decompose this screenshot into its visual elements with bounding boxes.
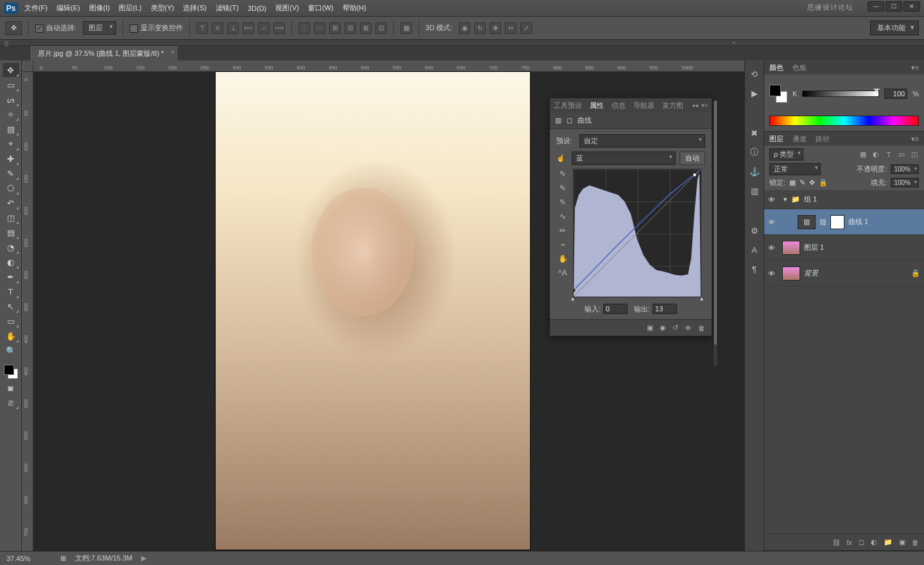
tab-histogram[interactable]: 直方图 xyxy=(662,101,683,110)
layer-name[interactable]: 组 1 xyxy=(804,195,817,204)
group-new-icon[interactable]: 📁 xyxy=(884,538,893,546)
filter-shape-icon[interactable]: ▭ xyxy=(897,150,906,159)
eyedrop-gray-icon[interactable]: ✎ xyxy=(558,183,568,193)
layer-group[interactable]: 👁 ▾ 📁 组 1 xyxy=(764,190,924,209)
type-tool[interactable]: T xyxy=(3,284,19,299)
layer-curves[interactable]: 👁 ▥ ⛓ 曲线 1 xyxy=(764,209,924,235)
ruler-origin[interactable] xyxy=(22,60,33,72)
pan-icon[interactable]: ✥ xyxy=(490,22,501,34)
status-arrow-icon[interactable]: ▶ xyxy=(141,554,146,562)
scale-icon[interactable]: ⤢ xyxy=(520,22,532,34)
curve-draw-icon[interactable]: ✏ xyxy=(558,225,568,236)
crop-tool[interactable]: ▨ xyxy=(3,122,19,136)
link-layers-icon[interactable]: ⛓ xyxy=(833,539,840,546)
eyedrop-white-icon[interactable]: ✎ xyxy=(558,197,568,207)
dist-4-icon[interactable]: ⊟ xyxy=(345,22,356,34)
settings-icon[interactable]: ✖ xyxy=(749,127,760,139)
menu-help[interactable]: 帮助(H) xyxy=(343,3,366,13)
fgbg-swatch[interactable] xyxy=(769,85,787,103)
lock-trans-icon[interactable]: ▦ xyxy=(789,178,796,187)
actions-icon[interactable]: ▶ xyxy=(749,87,760,99)
ruler-vertical[interactable]: 0501001502002503003504004505005506006507… xyxy=(22,72,33,551)
type-a-icon[interactable]: ᴬA xyxy=(558,268,568,278)
delete-layer-icon[interactable]: 🗑 xyxy=(912,539,919,546)
menu-select[interactable]: 选择(S) xyxy=(183,3,207,13)
input-field[interactable] xyxy=(603,304,628,314)
move-tool-icon[interactable]: ✥ xyxy=(5,21,22,35)
layer-background[interactable]: 👁 背景 🔒 xyxy=(764,261,924,286)
brush-tool[interactable]: ✎ xyxy=(3,166,19,180)
pen-tool[interactable]: ✒ xyxy=(3,270,19,284)
k-value-field[interactable] xyxy=(884,89,907,99)
k-slider[interactable] xyxy=(802,91,879,97)
fx-icon[interactable]: fx xyxy=(846,539,852,546)
align-top-icon[interactable]: ⊤ xyxy=(196,22,208,34)
lock-paint-icon[interactable]: ✎ xyxy=(800,178,805,187)
menu-type[interactable]: 类型(Y) xyxy=(151,3,175,13)
smooth-icon[interactable]: ⌁ xyxy=(558,239,568,250)
quickmask-tool[interactable]: ◙ xyxy=(3,381,19,395)
dist-6-icon[interactable]: ⊡ xyxy=(375,22,387,34)
dodge-tool[interactable]: ◐ xyxy=(3,255,19,269)
layers-menu-icon[interactable]: ▾≡ xyxy=(911,135,919,143)
color-swatches[interactable] xyxy=(3,363,19,380)
minimize-button[interactable]: — xyxy=(868,1,884,12)
anchor-icon[interactable]: ⚓ xyxy=(749,166,760,177)
visibility-icon[interactable]: 👁 xyxy=(768,270,778,277)
document-tab[interactable]: 原片.jpg @ 37.5% (曲线 1, 图层蒙版/8) *× xyxy=(31,46,178,60)
menu-edit[interactable]: 编辑(E) xyxy=(56,3,80,13)
eyedrop-black-icon[interactable]: ✎ xyxy=(558,169,568,179)
dist-3-icon[interactable]: ⊞ xyxy=(329,22,341,34)
tab-swatches[interactable]: 色板 xyxy=(792,63,807,73)
filter-pixel-icon[interactable]: ▦ xyxy=(859,150,868,159)
expand-icon[interactable]: ⊞ xyxy=(60,554,66,562)
color-menu-icon[interactable]: ▾≡ xyxy=(911,64,919,72)
align-vmid-icon[interactable]: ≡ xyxy=(212,22,223,34)
panel-collapse-bar[interactable]: ⠿« xyxy=(0,40,924,46)
auto-align-icon[interactable]: ▦ xyxy=(400,22,412,34)
menu-window[interactable]: 窗口(W) xyxy=(308,3,334,13)
layer-name[interactable]: 图层 1 xyxy=(804,243,824,252)
curves-graph[interactable]: ▴ ▴ xyxy=(573,169,701,297)
filter-type-icon[interactable]: T xyxy=(884,150,893,159)
hand-icon[interactable]: ✋ xyxy=(558,254,568,264)
history-brush-tool[interactable]: ↶ xyxy=(3,196,19,210)
tab-navigator[interactable]: 导航器 xyxy=(633,101,654,110)
move-tool[interactable]: ✥ xyxy=(3,63,19,77)
align-right-icon[interactable]: ⟹ xyxy=(273,22,285,34)
opacity-field[interactable]: 100% xyxy=(891,164,919,174)
auto-select-dropdown[interactable]: 图层 xyxy=(83,21,116,35)
layer-name[interactable]: 背景 xyxy=(804,268,818,278)
shape-tool[interactable]: ▭ xyxy=(3,314,19,328)
menu-3d[interactable]: 3D(D) xyxy=(248,4,266,12)
visibility-icon[interactable]: 👁 xyxy=(768,244,778,252)
color-ramp[interactable] xyxy=(769,116,919,126)
layer-name[interactable]: 曲线 1 xyxy=(848,217,868,227)
layer-row[interactable]: 👁 图层 1 xyxy=(764,235,924,261)
show-transform-checkbox[interactable]: 显示变换控件 xyxy=(130,23,183,33)
tab-color[interactable]: 颜色 xyxy=(769,63,783,73)
view-prev-icon[interactable]: ◉ xyxy=(660,324,666,332)
lock-all-icon[interactable]: 🔒 xyxy=(819,178,828,187)
menu-filter[interactable]: 滤镜(T) xyxy=(216,3,239,13)
panel-more-icon[interactable]: ▸▸ ▾≡ xyxy=(693,102,708,109)
zoom-tool[interactable]: 🔍 xyxy=(3,343,19,358)
maximize-button[interactable]: ☐ xyxy=(886,1,902,12)
zoom-value[interactable]: 37.45% xyxy=(6,555,51,562)
reset-icon[interactable]: ↺ xyxy=(672,324,678,332)
dist-5-icon[interactable]: ⊠ xyxy=(360,22,372,34)
align-bottom-icon[interactable]: ⊥ xyxy=(227,22,239,34)
orbit-icon[interactable]: ◉ xyxy=(459,22,470,34)
dist-2-icon[interactable]: ⋯ xyxy=(314,22,325,34)
adj-new-icon[interactable]: ◐ xyxy=(871,538,877,546)
blend-mode-dropdown[interactable]: 正常 xyxy=(769,163,821,175)
gradient-tool[interactable]: ▤ xyxy=(3,225,19,239)
trash-icon[interactable]: 🗑 xyxy=(698,324,705,332)
channel-dropdown[interactable]: 蓝 xyxy=(572,152,676,165)
magic-wand-tool[interactable]: ✧ xyxy=(3,107,19,121)
lock-pos-icon[interactable]: ✥ xyxy=(809,178,815,187)
panel-scrollbar[interactable] xyxy=(713,100,718,367)
filter-smart-icon[interactable]: ◫ xyxy=(910,150,919,159)
ruler-horizontal[interactable]: 0501001502002503003504004505005506006507… xyxy=(33,60,744,72)
tab-properties[interactable]: 属性 xyxy=(590,101,604,110)
